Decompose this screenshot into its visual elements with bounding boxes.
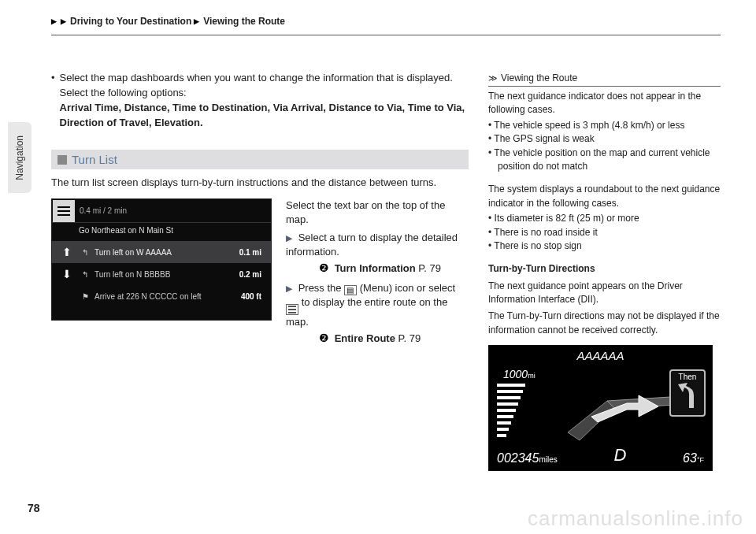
- down-arrow-icon: ⬇: [58, 268, 76, 280]
- side-l2c: There is no stop sign: [488, 239, 721, 253]
- side-p3: The next guidance point appears on the D…: [488, 280, 721, 307]
- dii-then-arrow-icon: [676, 381, 699, 410]
- nav-row2-text: Turn left on N BBBBB: [91, 270, 239, 279]
- tri-icon: ▶: [51, 17, 57, 25]
- side-heading-text: Viewing the Route: [501, 72, 577, 83]
- tri-icon: ▶: [194, 17, 199, 25]
- dii-then-label: Then: [671, 373, 704, 381]
- square-icon: [57, 155, 67, 165]
- turnlist-screenshot: 0.4 mi / 2 min Go Northeast on N Main St…: [51, 198, 272, 321]
- svg-marker-0: [568, 401, 615, 440]
- nav-top-info: 0.4 mi / 2 min: [80, 206, 127, 215]
- side-l1c: The vehicle position on the map and curr…: [488, 146, 721, 174]
- side-tab-navigation: Navigation: [8, 122, 32, 193]
- instruction-p1: Select the text bar on the top of the ma…: [286, 198, 469, 227]
- dii-bars: [497, 384, 528, 440]
- bullet-icon: •: [51, 71, 55, 130]
- tri-bullet-icon: ▶: [286, 233, 292, 243]
- side-l2a: Its diameter is 82 ft (25 m) or more: [488, 212, 721, 225]
- flag-icon: ⚑: [79, 292, 91, 301]
- nav-row1-text: Turn left on W AAAAA: [91, 248, 239, 257]
- dash-option-list: Arrival Time, Distance, Time to Destinat…: [60, 102, 465, 128]
- breadcrumb: ▶ ▶ Driving to Your Destination ▶ Viewin…: [51, 16, 721, 27]
- nav-row2-dist: 0.2 mi: [239, 270, 265, 279]
- dii-screenshot: AAAAAA 1000mi Then: [488, 345, 713, 471]
- dii-arrow-3d: [552, 373, 678, 448]
- side-column: ≫ Viewing the Route The next guidance in…: [488, 71, 721, 471]
- xref-turn-info: Turn Information: [335, 262, 416, 274]
- xref-icon: ❷: [319, 261, 329, 274]
- side-p2: The system displays a roundabout to the …: [488, 183, 721, 210]
- menu-icon-inline: [344, 285, 357, 295]
- nav-row3-dist: 400 ft: [241, 292, 265, 301]
- section-heading-text: Turn List: [72, 153, 117, 166]
- chev-icon: ≫: [488, 73, 498, 83]
- dii-gear: D: [613, 445, 626, 465]
- tri-icon: ▶: [61, 17, 66, 25]
- side-list2: Its diameter is 82 ft (25 m) or more The…: [488, 212, 721, 253]
- instruction-b1: Select a turn to display the detailed in…: [286, 232, 458, 258]
- xref-entire-route: Entire Route: [335, 332, 395, 344]
- instruction-b2a: Press the: [298, 282, 345, 294]
- dii-odometer: 002345miles: [497, 451, 558, 465]
- breadcrumb-b: Viewing the Route: [203, 16, 285, 27]
- menu-icon: [53, 200, 75, 222]
- section-heading-turnlist: Turn List: [51, 150, 469, 169]
- side-l2b: There is no road inside it: [488, 226, 721, 239]
- turn-left-icon: ↰: [79, 248, 91, 257]
- dash-option-intro: Select the map dashboards when you want …: [60, 72, 453, 98]
- xref-turn-info-page: P. 79: [418, 262, 441, 274]
- nav-row3-text: Arrive at 226 N CCCCC on left: [91, 292, 241, 301]
- side-l1b: The GPS signal is weak: [488, 132, 721, 146]
- xref-icon: ❷: [319, 332, 329, 344]
- xref-entire-route-page: P. 79: [398, 332, 421, 344]
- turnlist-desc: The turn list screen displays turn-by-tu…: [51, 176, 469, 191]
- side-h2: Turn-by-Turn Directions: [488, 263, 595, 274]
- side-p4: The Turn-by-Turn directions may not be d…: [488, 310, 721, 337]
- main-column: • Select the map dashboards when you wan…: [51, 71, 469, 471]
- side-p1: The next guidance indicator does not app…: [488, 90, 721, 117]
- header-divider: [51, 35, 721, 35]
- turn-left-icon: ↰: [79, 270, 91, 279]
- watermark: carmanualsonline.info: [528, 506, 743, 531]
- side-list1: The vehicle speed is 3 mph (4.8 km/h) or…: [488, 119, 721, 174]
- page-number: 78: [28, 502, 40, 514]
- breadcrumb-a: Driving to Your Destination: [70, 16, 191, 27]
- dii-distance: 1000mi: [503, 368, 536, 380]
- dii-temp: 63°F: [683, 451, 704, 465]
- nav-go-text: Go Northeast on N Main St: [52, 223, 271, 241]
- list-icon-inline: [286, 304, 298, 315]
- dii-then-box: Then: [669, 369, 706, 417]
- instruction-column: Select the text bar on the top of the ma…: [286, 198, 469, 347]
- nav-row1-dist: 0.1 mi: [239, 248, 265, 257]
- side-tab-label: Navigation: [14, 135, 25, 180]
- instruction-b2b: (Menu) icon or select: [360, 282, 455, 294]
- up-arrow-icon: ⬆: [58, 246, 76, 258]
- dii-bottom-bar: 002345miles D 63°F: [497, 445, 704, 465]
- side-heading: ≫ Viewing the Route: [488, 72, 721, 87]
- side-l1a: The vehicle speed is 3 mph (4.8 km/h) or…: [488, 119, 721, 132]
- tri-bullet-icon: ▶: [286, 284, 292, 293]
- dii-title: AAAAAA: [489, 349, 712, 362]
- instruction-b2c: to display the entire route on the map.: [286, 296, 447, 328]
